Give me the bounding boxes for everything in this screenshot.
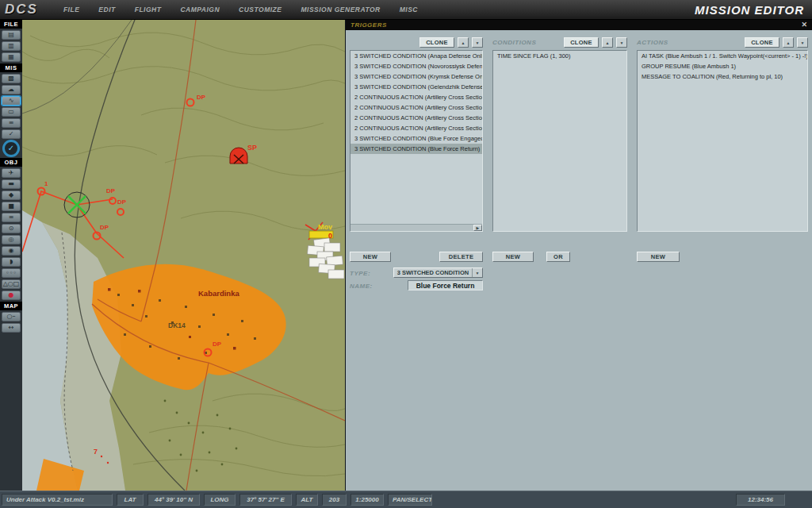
new-action-button[interactable]: NEW <box>637 252 680 262</box>
svg-text:DP: DP <box>100 224 109 231</box>
trigger-item[interactable]: 3 SWITCHED CONDITION (Novorossiysk Defen… <box>350 61 482 71</box>
clock-icon[interactable]: ✓ <box>3 140 19 156</box>
town-label: Kabardinka <box>198 289 239 298</box>
menu-item-file[interactable]: FILE <box>63 6 79 13</box>
helicopter-icon[interactable]: ▬ <box>2 179 21 189</box>
map-canvas[interactable]: 1 DP DP DP DP DP <box>22 20 345 491</box>
alt-value: 203 <box>322 494 347 506</box>
move-trigger-up-button[interactable]: ▲ <box>458 37 469 48</box>
trigger-item[interactable]: 3 SWITCHED CONDITION (Krymsk Defense Onl… <box>350 71 482 82</box>
scroll-right-icon[interactable]: ▶ <box>473 225 482 231</box>
ruler-icon[interactable]: ↔ <box>2 323 21 333</box>
svg-text:0: 0 <box>328 232 332 240</box>
move-condition-down-button[interactable]: ▼ <box>616 37 627 48</box>
clone-trigger-button[interactable]: CLONE <box>419 37 454 48</box>
trigger-item[interactable]: 3 SWITCHED CONDITION (Anapa Defense Onli… <box>350 51 482 61</box>
trigger-item[interactable]: 2 CONTINUOUS ACTION (Artillery Cross Sec… <box>350 92 482 102</box>
trigger-item[interactable]: 2 CONTINUOUS ACTION (Artillery Cross Sec… <box>350 102 482 113</box>
new-condition-button[interactable]: NEW <box>492 252 534 262</box>
action-item[interactable]: MESSAGE TO COALITION (Red, Returning to … <box>638 71 807 82</box>
save-mission-icon[interactable]: ▦ <box>2 52 21 62</box>
action-item[interactable]: AI TASK (Blue Ambush 1 / 1. Switch Waypo… <box>638 51 807 61</box>
trigger-item[interactable]: 3 SWITCHED CONDITION (Blue Force Engaged… <box>350 133 482 144</box>
sidebar-section-obj: OBJ <box>0 158 22 167</box>
triggers-panel-title: TRIGGERS <box>350 21 387 29</box>
menu-item-campaign[interactable]: CAMPAIGN <box>180 6 220 13</box>
triggers-panel: TRIGGERS ✕ CLONE ▲ ▼ 3 SWITCHED CONDITIO… <box>345 20 812 491</box>
menu-item-flight[interactable]: FLIGHT <box>135 6 162 13</box>
delete-trigger-button[interactable]: DELETE <box>439 252 483 262</box>
ship-icon[interactable]: ◆ <box>2 190 21 200</box>
trigger-type-value: 3 SWITCHED CONDITION <box>394 269 472 276</box>
vehicle-icon[interactable]: ■ <box>2 202 21 211</box>
close-icon[interactable]: ✕ <box>801 21 807 29</box>
conditions-label: CONDITIONS <box>492 39 536 46</box>
move-action-down-button[interactable]: ▼ <box>797 37 808 48</box>
conditions-column-header: CONDITIONS CLONE ▲ ▼ <box>492 37 627 48</box>
lat-label: LAT <box>117 494 144 506</box>
mission-options-icon[interactable]: ▩ <box>2 74 21 83</box>
mission-editor-window: DCS FILEEDITFLIGHTCAMPAIGNCUSTOMIZEMISSI… <box>0 0 812 508</box>
type-field-label: TYPE: <box>350 270 370 277</box>
mission-filename: Under Attack V0.2_tst.miz <box>2 494 113 506</box>
move-condition-up-button[interactable]: ▲ <box>602 37 613 48</box>
action-item[interactable]: GROUP RESUME (Blue Ambush 1) <box>638 61 807 71</box>
airplane-icon[interactable]: ✈ <box>2 168 21 178</box>
open-mission-icon[interactable]: ▥ <box>2 41 21 51</box>
menu-item-edit[interactable]: EDIT <box>98 6 115 13</box>
vehicle-group-icon[interactable]: ≡ <box>2 213 21 222</box>
new-mission-icon[interactable]: ▤ <box>2 30 21 40</box>
static-object-icon[interactable]: ⊙ <box>2 224 21 233</box>
trigger-item[interactable]: 2 CONTINUOUS ACTION (Artillery Cross Sec… <box>350 123 482 133</box>
or-condition-button[interactable]: OR <box>546 252 570 262</box>
triggers-panel-titlebar: TRIGGERS ✕ <box>346 20 812 30</box>
clock-time: 12:34:56 <box>736 494 785 506</box>
trigger-item[interactable]: 3 SWITCHED CONDITION (Gelendzhik Defense… <box>350 82 482 92</box>
template-icon[interactable]: ◦◦◦ <box>2 268 21 278</box>
trigger-item[interactable]: 3 SWITCHED CONDITION (Blue Force Return) <box>350 144 482 154</box>
shapes-icon[interactable]: △○□ <box>2 279 21 289</box>
long-value: 37° 57' 27'' E <box>239 494 292 506</box>
dcs-logo: DCS <box>5 2 38 17</box>
route-tool-icon[interactable]: ∿ <box>2 96 21 106</box>
move-trigger-down-button[interactable]: ▼ <box>472 37 483 48</box>
radio-beacon-icon[interactable]: ◎ <box>2 235 21 244</box>
lat-value: 44° 39' 10'' N <box>147 494 200 506</box>
svg-text:DP: DP <box>213 341 222 348</box>
move-action-up-button[interactable]: ▲ <box>783 37 794 48</box>
svg-text:1: 1 <box>44 180 48 187</box>
alt-label: ALT <box>296 494 318 506</box>
long-label: LONG <box>204 494 236 506</box>
menu-item-mission-generator[interactable]: MISSION GENERATOR <box>301 6 380 13</box>
svg-text:DP: DP <box>106 187 116 194</box>
svg-text:DP: DP <box>117 198 127 206</box>
cargo-ship-icon[interactable]: ◗ <box>2 257 21 267</box>
clone-action-button[interactable]: CLONE <box>745 37 779 48</box>
name-field-label: NAME: <box>350 283 373 290</box>
trigger-type-dropdown[interactable]: 3 SWITCHED CONDITION ▼ <box>393 267 483 278</box>
menu-item-customize[interactable]: CUSTOMIZE <box>239 6 282 13</box>
goal-check-icon[interactable]: ✓ <box>2 129 21 139</box>
svg-text:7: 7 <box>94 448 98 456</box>
trigger-name-input[interactable]: Blue Force Return <box>408 280 483 291</box>
conditions-column: CONDITIONS CLONE ▲ ▼ TIME SINCE FLAG (1,… <box>492 37 627 232</box>
briefing-icon[interactable]: ≡ <box>2 118 21 128</box>
triggers-column-header: CLONE ▲ ▼ <box>350 37 483 48</box>
condition-item[interactable]: TIME SINCE FLAG (1, 300) <box>493 51 626 61</box>
trigger-item[interactable]: 2 CONTINUOUS ACTION (Artillery Cross Sec… <box>350 113 482 123</box>
initial-point-icon[interactable]: ◉ <box>2 246 21 256</box>
sidebar-section-map: MAP <box>0 302 22 310</box>
menu-bar: DCS FILEEDITFLIGHTCAMPAIGNCUSTOMIZEMISSI… <box>0 0 812 20</box>
zone-tool-icon[interactable]: ▭ <box>2 107 21 117</box>
toolbar-sidebar: FILE ▤▥▦ MIS ▩☁∿▭≡✓✓ OBJ ✈▬◆■≡⊙◎◉◗◦◦◦△○□… <box>0 20 22 491</box>
menu-item-misc[interactable]: MISC <box>400 6 418 13</box>
bullseye-icon[interactable]: ● <box>2 291 21 300</box>
triggers-list-hscrollbar[interactable]: ▶ <box>350 224 482 231</box>
clone-condition-button[interactable]: CLONE <box>564 37 599 48</box>
sidebar-section-file: FILE <box>0 20 22 29</box>
new-trigger-button[interactable]: NEW <box>350 252 391 262</box>
blue-ambush-unit-marker[interactable] <box>64 192 90 217</box>
weather-icon[interactable]: ☁ <box>2 85 21 94</box>
map-layers-icon[interactable]: ○– <box>2 312 21 321</box>
svg-text:SP: SP <box>247 144 257 152</box>
